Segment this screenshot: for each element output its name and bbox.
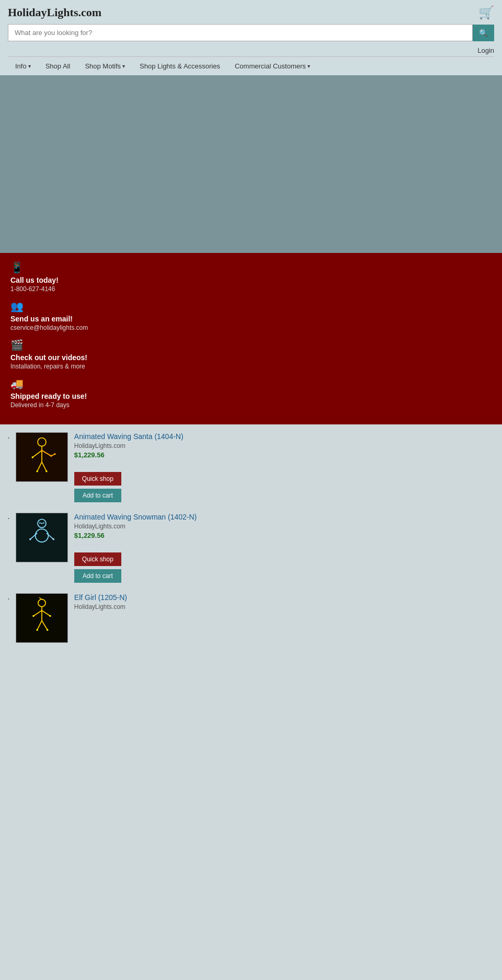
product-name[interactable]: Animated Waving Snowman (1402-N) <box>74 513 494 521</box>
product-image-elf[interactable] <box>16 593 68 643</box>
svg-point-0 <box>38 437 46 446</box>
video-icon: 🎬 <box>10 339 492 351</box>
product-item-elf: • Elf Girl <box>8 593 494 643</box>
product-item-snowman: • Animated Waving Snowman (1402-N) <box>8 513 494 583</box>
truck-icon: 🚚 <box>10 377 492 390</box>
info-shipping: 🚚 Shipped ready to use! Delivered in 4-7… <box>10 377 492 409</box>
info-bar: 📱 Call us today! 1-800-627-4146 👥 Send u… <box>0 253 502 424</box>
svg-point-30 <box>47 629 49 631</box>
search-bar: 🔍 <box>8 24 494 41</box>
svg-line-3 <box>42 450 51 456</box>
login-link[interactable]: Login <box>477 47 494 54</box>
logo: HolidayLights.com <box>8 6 101 19</box>
product-vendor: HolidayLights.com <box>74 603 494 610</box>
svg-point-27 <box>32 615 35 617</box>
svg-point-10 <box>36 470 38 472</box>
product-vendor: HolidayLights.com <box>74 523 494 530</box>
search-button[interactable]: 🔍 <box>473 25 494 41</box>
product-item-santa: • <box>8 432 494 502</box>
chevron-down-icon: ▾ <box>307 63 310 69</box>
header: HolidayLights.com 🛒 🔍 Login Info ▾ Shop … <box>0 0 502 75</box>
nav-item-info[interactable]: Info ▾ <box>8 57 38 75</box>
svg-point-29 <box>36 629 38 631</box>
login-bar: Login <box>8 45 494 56</box>
products-section: • <box>0 424 502 661</box>
nav-item-shop-lights[interactable]: Shop Lights & Accessories <box>132 57 227 75</box>
svg-line-23 <box>33 610 42 616</box>
svg-line-26 <box>42 620 48 630</box>
product-info-elf: Elf Girl (1205-N) HolidayLights.com <box>74 593 494 612</box>
product-stars: ☆☆☆☆☆ <box>74 461 494 468</box>
nav-item-commercial[interactable]: Commercial Customers ▾ <box>227 57 317 75</box>
svg-line-6 <box>42 462 47 471</box>
svg-point-21 <box>38 599 45 606</box>
product-price: $1,229.56 <box>74 532 494 539</box>
email-icon: 👥 <box>10 300 492 313</box>
product-image-snowman[interactable] <box>16 513 68 562</box>
add-to-cart-button-santa[interactable]: Add to cart <box>74 489 121 502</box>
hero-banner <box>0 75 502 253</box>
svg-point-18 <box>43 522 44 524</box>
svg-point-19 <box>29 538 31 540</box>
info-videos: 🎬 Check out our videos! Installation, re… <box>10 339 492 370</box>
product-image-santa[interactable] <box>16 432 68 482</box>
product-stars: ☆☆☆☆☆ <box>74 541 494 548</box>
bullet: • <box>8 435 9 440</box>
chevron-down-icon: ▾ <box>28 63 31 69</box>
svg-point-9 <box>54 453 56 455</box>
svg-point-13 <box>35 529 48 542</box>
phone-icon: 📱 <box>10 261 492 274</box>
chevron-down-icon: ▾ <box>122 63 125 69</box>
product-info-santa: Animated Waving Santa (1404-N) HolidayLi… <box>74 432 494 502</box>
info-call: 📱 Call us today! 1-800-627-4146 <box>10 261 492 293</box>
quick-shop-button-santa[interactable]: Quick shop <box>74 472 121 486</box>
svg-point-11 <box>45 470 48 472</box>
product-info-snowman: Animated Waving Snowman (1402-N) Holiday… <box>74 513 494 583</box>
svg-point-17 <box>39 522 41 524</box>
product-price: $1,229.56 <box>74 451 494 459</box>
product-vendor: HolidayLights.com <box>74 442 494 449</box>
cart-icon[interactable]: 🛒 <box>478 5 494 20</box>
product-name[interactable]: Animated Waving Santa (1404-N) <box>74 432 494 441</box>
nav-item-shop-motifs[interactable]: Shop Motifs ▾ <box>77 57 132 75</box>
svg-point-7 <box>31 456 33 458</box>
add-to-cart-button-snowman[interactable]: Add to cart <box>74 569 121 583</box>
product-name[interactable]: Elf Girl (1205-N) <box>74 593 494 602</box>
search-input[interactable] <box>8 24 473 41</box>
svg-point-28 <box>49 615 51 617</box>
svg-line-5 <box>37 462 42 471</box>
svg-point-16 <box>41 523 42 524</box>
bullet: • <box>8 516 9 521</box>
nav: Info ▾ Shop All Shop Motifs ▾ Shop Light… <box>8 56 494 75</box>
svg-line-24 <box>42 610 50 616</box>
nav-item-shop-all[interactable]: Shop All <box>38 57 78 75</box>
svg-point-8 <box>50 455 52 457</box>
svg-point-20 <box>52 538 54 540</box>
info-email: 👥 Send us an email! cservice@holidayligh… <box>10 300 492 331</box>
quick-shop-button-snowman[interactable]: Quick shop <box>74 552 121 566</box>
svg-line-2 <box>32 450 42 457</box>
bullet: • <box>8 596 9 601</box>
svg-line-25 <box>37 620 42 630</box>
